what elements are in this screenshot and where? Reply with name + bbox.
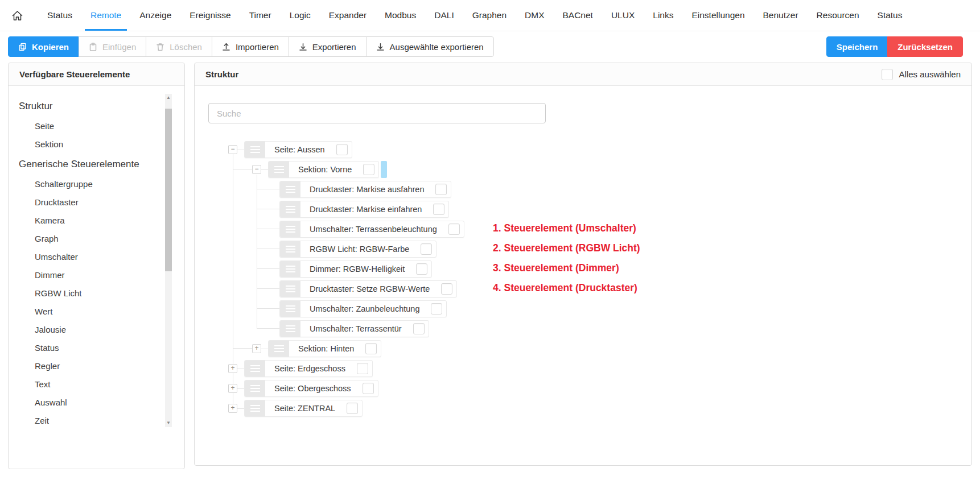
nav-item-bacnet[interactable]: BACnet [553, 0, 602, 31]
drag-handle-icon[interactable] [245, 361, 265, 376]
collapse-toggle[interactable]: − [228, 145, 237, 154]
nav-item-ereignisse[interactable]: Ereignisse [180, 0, 240, 31]
save-button[interactable]: Speichern [826, 36, 888, 57]
tree-node-card[interactable]: Umschalter: Zaunbeleuchtung [279, 300, 447, 317]
drag-handle-icon[interactable] [280, 181, 300, 197]
tree-node-card[interactable]: Sektion: Hinten [268, 340, 381, 357]
search-input[interactable] [208, 103, 546, 123]
node-checkbox[interactable] [421, 243, 432, 255]
node-checkbox[interactable] [413, 323, 425, 334]
node-checkbox[interactable] [357, 363, 368, 374]
tree-node-card[interactable]: RGBW Licht: RGBW-Farbe [279, 241, 437, 258]
node-checkbox[interactable] [441, 283, 452, 295]
nav-item-modbus[interactable]: Modbus [376, 0, 425, 31]
nav-item-einstellungen[interactable]: Einstellungen [682, 0, 753, 31]
tree-node-card[interactable]: Umschalter: Terrassenbeleuchtung [279, 221, 464, 238]
expand-toggle[interactable]: + [228, 384, 237, 393]
drag-handle-icon[interactable] [280, 241, 300, 257]
reset-button-label: Zurücksetzen [897, 42, 953, 52]
tree-node: −Seite: Aussen [208, 141, 958, 158]
nav-item-status-2[interactable]: Status [868, 0, 912, 31]
palette-item-sektion[interactable]: Sektion [19, 135, 162, 153]
node-checkbox[interactable] [416, 263, 427, 275]
export-selected-button[interactable]: Ausgewählte exportieren [366, 36, 494, 57]
drag-handle-icon[interactable] [280, 281, 300, 297]
node-checkbox[interactable] [365, 343, 377, 354]
palette-item-jalousie[interactable]: Jalousie [19, 320, 162, 338]
tree-node-card[interactable]: Seite: Obergeschoss [244, 380, 378, 397]
tree-node-card[interactable]: Seite: Erdgeschoss [244, 360, 373, 377]
palette-item-drucktaster[interactable]: Drucktaster [19, 193, 162, 211]
palette-item-text[interactable]: Text [19, 375, 162, 393]
tree-node-card[interactable]: Sektion: Vorne [268, 161, 379, 178]
nav-item-timer[interactable]: Timer [240, 0, 281, 31]
palette-item-schaltergruppe[interactable]: Schaltergruppe [19, 175, 162, 193]
palette-item-graph[interactable]: Graph [19, 229, 162, 247]
palette-item-zeit[interactable]: Zeit [19, 411, 162, 429]
tree-node-card[interactable]: Drucktaster: Setze RGBW-Werte [279, 280, 457, 297]
palette-item-status[interactable]: Status [19, 338, 162, 357]
palette-item-kamera[interactable]: Kamera [19, 211, 162, 229]
palette-item-rgbw-licht[interactable]: RGBW Licht [19, 284, 162, 302]
reset-button[interactable]: Zurücksetzen [887, 36, 963, 57]
export-button[interactable]: Exportieren [289, 36, 367, 57]
expand-toggle[interactable]: + [228, 404, 237, 413]
tree-node-card[interactable]: Umschalter: Terrassentür [279, 320, 429, 337]
nav-item-logic[interactable]: Logic [281, 0, 320, 31]
tree-node-card[interactable]: Drucktaster: Markise einfahren [279, 201, 449, 218]
copy-icon [18, 43, 27, 51]
nav-item-remote[interactable]: Remote [81, 0, 130, 31]
nav-item-graphen[interactable]: Graphen [463, 0, 516, 31]
palette-item-dimmer[interactable]: Dimmer [19, 266, 162, 284]
node-checkbox[interactable] [448, 224, 460, 235]
nav-item-expander[interactable]: Expander [320, 0, 376, 31]
palette-item-wert[interactable]: Wert [19, 302, 162, 320]
home-icon[interactable] [11, 0, 23, 31]
collapse-toggle[interactable]: − [252, 165, 261, 174]
selection-indicator [381, 161, 387, 178]
node-checkbox[interactable] [363, 383, 374, 394]
drag-handle-icon[interactable] [245, 400, 265, 416]
nav-item-links[interactable]: Links [644, 0, 682, 31]
drag-handle-icon[interactable] [280, 201, 300, 217]
tree-node-card[interactable]: Seite: ZENTRAL [244, 400, 363, 417]
nav-item-resourcen[interactable]: Resourcen [808, 0, 868, 31]
drag-handle-icon[interactable] [269, 162, 289, 177]
node-checkbox[interactable] [435, 184, 447, 195]
tree-connector-line [257, 328, 279, 329]
expand-toggle[interactable]: + [252, 344, 261, 353]
scroll-up-icon[interactable]: ▲ [165, 94, 172, 102]
drag-handle-icon[interactable] [269, 341, 289, 357]
select-all-checkbox[interactable] [882, 69, 893, 80]
import-button[interactable]: Importieren [212, 36, 289, 57]
drag-handle-icon[interactable] [280, 321, 300, 337]
palette-item-seite[interactable]: Seite [19, 117, 162, 135]
nav-item-anzeige[interactable]: Anzeige [130, 0, 180, 31]
nav-item-ulux[interactable]: ULUX [602, 0, 644, 31]
scroll-down-icon[interactable]: ▼ [165, 419, 172, 427]
scrollbar[interactable]: ▲ ▼ [165, 94, 172, 427]
nav-item-dmx[interactable]: DMX [516, 0, 553, 31]
palette-item-auswahl[interactable]: Auswahl [19, 393, 162, 411]
drag-handle-icon[interactable] [245, 380, 265, 396]
node-checkbox[interactable] [363, 164, 374, 175]
node-checkbox[interactable] [433, 204, 444, 215]
nav-item-dali[interactable]: DALI [425, 0, 463, 31]
palette-item-umschalter[interactable]: Umschalter [19, 247, 162, 266]
nav-item-benutzer[interactable]: Benutzer [754, 0, 808, 31]
node-checkbox[interactable] [347, 403, 358, 414]
node-checkbox[interactable] [336, 144, 348, 155]
tree-node-card[interactable]: Seite: Aussen [244, 141, 352, 158]
drag-handle-icon[interactable] [280, 221, 300, 237]
drag-handle-icon[interactable] [245, 142, 265, 158]
palette-item-regler[interactable]: Regler [19, 357, 162, 375]
drag-handle-icon[interactable] [280, 261, 300, 277]
nav-item-status[interactable]: Status [38, 0, 81, 31]
expand-toggle[interactable]: + [228, 364, 237, 373]
drag-handle-icon[interactable] [280, 301, 300, 317]
tree-node-card[interactable]: Drucktaster: Markise ausfahren [279, 181, 451, 198]
node-checkbox[interactable] [431, 303, 442, 315]
scrollbar-thumb[interactable] [165, 109, 172, 271]
copy-button[interactable]: Kopieren [8, 36, 79, 57]
tree-node-card[interactable]: Dimmer: RGBW-Helligkeit [279, 260, 432, 278]
